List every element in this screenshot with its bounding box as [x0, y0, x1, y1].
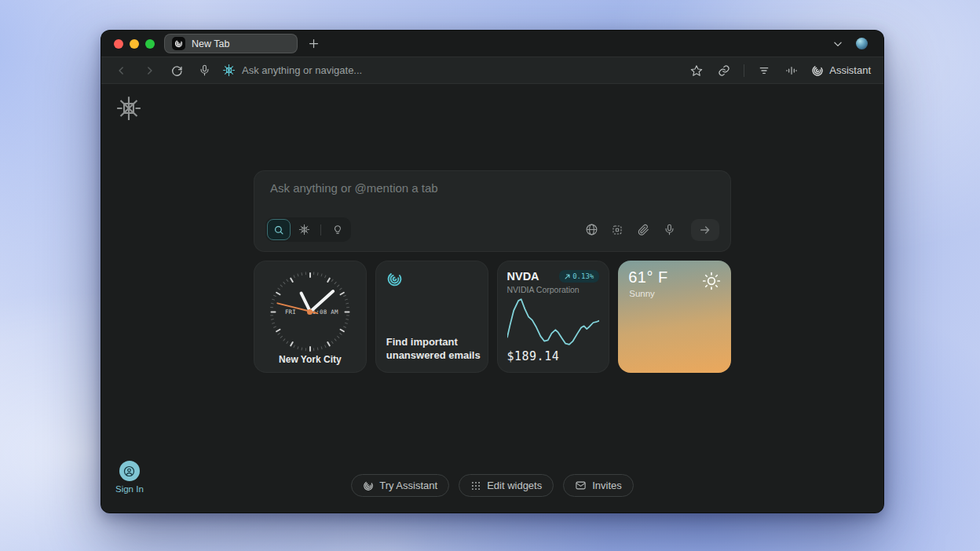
nav-controls: [114, 64, 212, 77]
stock-price: $189.14: [507, 349, 600, 363]
nav-divider: [744, 64, 744, 77]
close-window-button[interactable]: [114, 39, 123, 49]
chevron-right-icon: [144, 65, 155, 76]
reload-button[interactable]: [169, 64, 185, 77]
new-tab-page: Ask anything or @mention a tab: [101, 84, 883, 513]
window-controls: [114, 39, 155, 49]
address-placeholder: Ask anything or navigate...: [242, 64, 362, 76]
lines-icon: [758, 64, 770, 77]
tab-new-tab[interactable]: New Tab: [164, 34, 298, 53]
plus-icon: [308, 38, 320, 49]
email-suggestion-text: Find important unanswered emails: [386, 335, 481, 363]
reload-icon: [170, 64, 183, 77]
clock-city-label: New York City: [254, 354, 366, 365]
tabstrip-right: [832, 38, 868, 49]
minimize-window-button[interactable]: [130, 39, 139, 49]
assistant-spiral-icon: [811, 64, 824, 77]
assistant-label: Assistant: [829, 64, 871, 76]
copy-link-button[interactable]: [716, 64, 732, 77]
navigation-bar: Ask anything or navigate... Ass: [101, 57, 883, 84]
ask-actions: [582, 219, 719, 241]
star-icon: [690, 64, 703, 77]
link-icon: [718, 64, 730, 77]
mode-divider: [320, 224, 321, 235]
invites-button[interactable]: Invites: [563, 474, 634, 497]
stock-sparkline-line: [507, 299, 600, 345]
edit-widgets-label: Edit widgets: [487, 480, 542, 491]
weather-condition: Sunny: [629, 289, 655, 298]
stock-change-value: 0.13%: [572, 272, 594, 280]
mode-selector: [265, 217, 351, 242]
stock-company: NVIDIA Corporation: [507, 285, 600, 294]
paperclip-icon: [637, 224, 649, 236]
assistant-spiral-icon: [363, 480, 374, 491]
assistant-button[interactable]: Assistant: [811, 64, 871, 77]
ask-toolbar: [265, 217, 719, 242]
address-bar[interactable]: Ask anything or navigate...: [222, 64, 362, 77]
clock-day: FRI: [285, 308, 296, 316]
reading-list-button[interactable]: [756, 64, 772, 77]
weather-widget[interactable]: 61° F Sunny: [618, 261, 731, 373]
chevron-left-icon: [116, 65, 127, 76]
try-assistant-label: Try Assistant: [379, 480, 437, 491]
zoom-window-button[interactable]: [145, 39, 155, 49]
clock-face: FRI 11:08 AM: [264, 265, 357, 358]
browser-window: New Tab: [101, 30, 884, 513]
nav-actions: Assistant: [689, 64, 871, 77]
stock-sparkline: [507, 298, 600, 347]
footer-actions: Try Assistant Edit widgets Invites: [101, 474, 883, 497]
ask-input-box[interactable]: Ask anything or @mention a tab: [254, 170, 731, 252]
profile-avatar[interactable]: [856, 38, 868, 49]
email-suggestion-widget[interactable]: Find important unanswered emails: [375, 261, 488, 373]
trend-up-icon: [565, 274, 570, 279]
chevron-down-icon[interactable]: [832, 38, 843, 49]
sun-icon: [701, 271, 722, 291]
invites-label: Invites: [592, 480, 622, 491]
voice-mode-button[interactable]: [784, 64, 799, 77]
browser-logo-favicon: [172, 37, 185, 50]
stock-symbol: NVDA: [507, 270, 539, 283]
microphone-icon: [664, 224, 675, 235]
microphone-icon: [199, 64, 210, 76]
agent-mode-button[interactable]: [292, 219, 316, 240]
edit-widgets-button[interactable]: Edit widgets: [459, 474, 554, 497]
voice-search-button[interactable]: [196, 64, 212, 76]
search-icon: [273, 224, 284, 235]
clock-widget[interactable]: FRI 11:08 AM New York City: [254, 261, 367, 373]
app-logo-icon: [222, 64, 236, 77]
app-logo: [115, 95, 142, 122]
web-search-toggle[interactable]: [582, 221, 601, 239]
submit-button[interactable]: [691, 219, 719, 241]
bookmark-button[interactable]: [689, 64, 704, 77]
screenshot-button[interactable]: [608, 221, 627, 239]
back-button[interactable]: [114, 65, 130, 76]
stock-widget[interactable]: NVDA 0.13% NVIDIA Corporation: [497, 261, 610, 373]
dictate-button[interactable]: [660, 221, 678, 239]
tab-title: New Tab: [192, 38, 229, 49]
stock-change-badge: 0.13%: [559, 270, 599, 283]
desktop: New Tab: [0, 0, 980, 551]
try-assistant-button[interactable]: Try Assistant: [351, 474, 449, 497]
forward-button[interactable]: [141, 65, 157, 76]
ask-placeholder: Ask anything or @mention a tab: [270, 181, 438, 195]
lightbulb-icon: [332, 224, 343, 235]
assistant-spiral-icon: [386, 271, 403, 287]
widgets-row: FRI 11:08 AM New York City: [254, 261, 731, 373]
capture-frame-icon: [611, 224, 623, 236]
clock-center-hub: [307, 309, 313, 315]
new-tab-button[interactable]: [308, 38, 320, 49]
envelope-icon: [575, 480, 587, 491]
grid-dots-icon: [470, 480, 481, 491]
ideas-mode-button[interactable]: [326, 219, 349, 240]
globe-icon: [585, 223, 598, 236]
knot-mode-icon: [298, 224, 310, 235]
arrow-right-icon: [699, 224, 711, 236]
waveform-icon: [785, 64, 798, 77]
tab-strip: New Tab: [101, 31, 883, 57]
search-mode-button[interactable]: [267, 219, 291, 240]
weather-temperature: 61° F: [628, 268, 668, 286]
attach-file-button[interactable]: [634, 221, 653, 239]
